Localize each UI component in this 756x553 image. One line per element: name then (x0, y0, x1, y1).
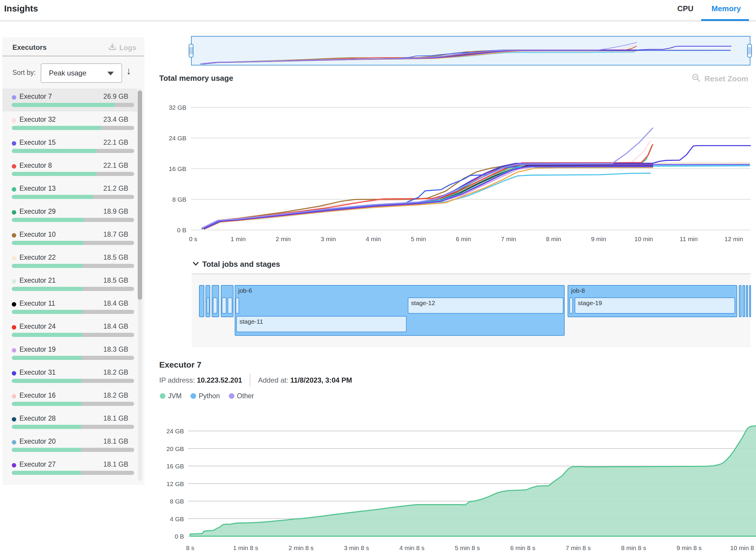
brush-handle-left[interactable] (189, 44, 194, 58)
sort-direction-button[interactable]: ↓ (126, 65, 131, 77)
jobs-section-header[interactable]: Total jobs and stages (192, 259, 280, 269)
executor-peak-value: 18.5 GB (103, 276, 128, 285)
executor-name: Executor 24 (19, 322, 56, 330)
svg-text:7 min: 7 min (501, 236, 516, 242)
executors-panel-title: Executors (12, 43, 47, 52)
executor-peak-value: 18.3 GB (103, 345, 128, 353)
executor-usage-fill (12, 264, 83, 268)
tab-cpu[interactable]: CPU (677, 4, 693, 13)
job-block[interactable] (199, 285, 204, 317)
sort-select-value: Peak usage (49, 69, 86, 77)
zoom-brush-area[interactable] (191, 36, 750, 65)
stage-block[interactable] (213, 298, 217, 314)
job-block[interactable] (739, 285, 742, 317)
executor-name: Executor 16 (19, 391, 56, 399)
total-memory-line-chart: 0 B8 GB16 GB24 GB32 GB0 s1 min2 min3 min… (159, 97, 756, 246)
executor-usage-bar (12, 471, 134, 475)
list-item-executor-21[interactable]: Executor 2118.5 GB (2, 272, 137, 295)
executor-name: Executor 32 (19, 115, 56, 124)
job-block[interactable] (749, 285, 751, 317)
executor-usage-fill (12, 287, 83, 291)
list-item-executor-7[interactable]: Executor 726.9 GB (2, 88, 137, 111)
stage-block-stage-12[interactable]: stage-12 (408, 298, 563, 314)
executor-peak-value: 18.1 GB (103, 414, 128, 422)
brush-handle-right[interactable] (747, 44, 752, 58)
list-item-executor-31[interactable]: Executor 3118.2 GB (2, 364, 137, 387)
list-item-executor-8[interactable]: Executor 822.1 GB (2, 157, 137, 180)
sidebar-divider (2, 56, 145, 56)
list-item-executor-15[interactable]: Executor 1522.1 GB (2, 135, 137, 157)
list-item-executor-19[interactable]: Executor 1918.3 GB (2, 341, 137, 364)
job-block[interactable] (746, 285, 748, 317)
stage-block[interactable] (207, 298, 209, 314)
executor-color-dot (12, 394, 16, 399)
list-item-executor-27[interactable]: Executor 2718.1 GB (2, 456, 137, 479)
executor-usage-bar (12, 448, 134, 452)
stage-block-stage-11[interactable]: stage-11 (236, 316, 406, 332)
list-item-executor-29[interactable]: Executor 2918.9 GB (2, 204, 137, 226)
svg-text:1 min 8 s: 1 min 8 s (233, 544, 258, 551)
stage-block[interactable] (236, 298, 239, 314)
stage-block[interactable] (570, 298, 573, 314)
executor-usage-bar (12, 287, 134, 291)
executor-usage-fill (12, 241, 83, 245)
caret-down-icon (107, 72, 114, 75)
executor-usage-fill (12, 149, 96, 153)
svg-text:3 min 8 s: 3 min 8 s (344, 544, 369, 551)
executor-usage-bar (12, 195, 134, 199)
executor-usage-fill (12, 103, 115, 107)
executor-color-dot (12, 233, 16, 238)
sort-select[interactable]: Peak usage (41, 63, 122, 83)
list-item-executor-11[interactable]: Executor 1118.4 GB (2, 295, 137, 318)
job-label: job-8 (571, 287, 585, 294)
legend-label: JVM (168, 392, 181, 400)
logs-button[interactable]: Logs (108, 43, 136, 53)
executor-usage-fill (12, 126, 101, 130)
stage-block[interactable] (228, 298, 232, 314)
stage-block[interactable] (222, 298, 226, 314)
executor-usage-bar (12, 149, 134, 153)
list-item-executor-16[interactable]: Executor 1618.2 GB (2, 387, 137, 410)
reset-zoom-label: Reset Zoom (704, 74, 748, 83)
list-item-executor-13[interactable]: Executor 1321.2 GB (2, 180, 137, 204)
executor-name: Executor 31 (19, 369, 56, 377)
executor-color-dot (12, 440, 16, 445)
executor-usage-bar (12, 402, 134, 406)
reset-zoom-button[interactable]: Reset Zoom (691, 73, 748, 85)
stage-block-stage-19[interactable]: stage-19 (575, 298, 735, 314)
executor-peak-value: 23.4 GB (103, 115, 128, 124)
legend-label: Other (237, 392, 254, 400)
list-item-executor-20[interactable]: Executor 2018.1 GB (2, 433, 137, 456)
executor-name: Executor 10 (19, 231, 56, 238)
list-item-executor-28[interactable]: Executor 2818.1 GB (2, 410, 137, 433)
list-item-executor-24[interactable]: Executor 2418.4 GB (2, 318, 137, 341)
executor-usage-bar (12, 264, 134, 268)
svg-text:9 min 8 s: 9 min 8 s (676, 544, 701, 551)
executor-usage-fill (12, 379, 81, 383)
executor-peak-value: 22.1 GB (103, 139, 128, 147)
svg-text:12 min: 12 min (725, 236, 743, 242)
tab-memory[interactable]: Memory (711, 4, 741, 13)
executor-usage-bar (12, 103, 134, 107)
executor-color-dot (12, 118, 16, 123)
legend-dot (160, 393, 165, 399)
executor-name: Executor 7 (19, 93, 52, 100)
ip-address-value: 10.223.52.201 (197, 376, 242, 384)
executor-color-dot (12, 256, 16, 260)
executor-usage-bar (12, 356, 134, 360)
executor-name: Executor 28 (19, 414, 56, 422)
svg-text:9 min: 9 min (591, 236, 606, 242)
list-item-executor-22[interactable]: Executor 2218.5 GB (2, 249, 137, 272)
executor-memory-area-chart: 0 B4 GB8 GB12 GB16 GB20 GB24 GB8 s1 min … (159, 421, 756, 553)
executor-color-dot (12, 95, 16, 100)
svg-text:32 GB: 32 GB (169, 104, 186, 111)
stage-label: stage-19 (578, 300, 602, 307)
executor-name: Executor 29 (19, 208, 56, 216)
svg-text:24 GB: 24 GB (169, 135, 186, 142)
job-block[interactable] (742, 285, 745, 317)
list-item-executor-32[interactable]: Executor 3223.4 GB (2, 111, 137, 135)
list-item-executor-10[interactable]: Executor 1018.7 GB (2, 226, 137, 249)
scrollbar-thumb[interactable] (138, 90, 142, 300)
svg-text:2 min 8 s: 2 min 8 s (288, 544, 313, 551)
svg-text:10 min 8 s: 10 min 8 s (730, 544, 756, 551)
